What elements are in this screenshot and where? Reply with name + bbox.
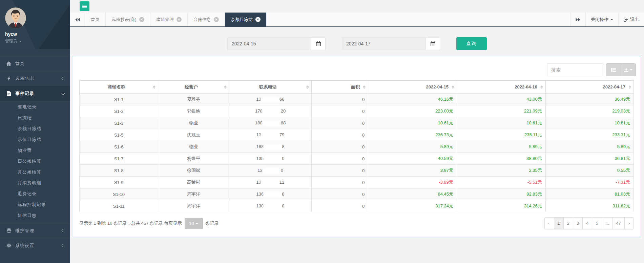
scroll-tabs-right-button[interactable] [570,13,585,26]
submenu: 售电记录日冻结余额日冻结示值日冻结物业费日公摊结算月公摊结算月消费明细退费记录远… [0,101,70,223]
sort-arrows-icon [540,85,543,89]
tab-余额日冻结[interactable]: 余额日冻结× [225,13,267,26]
column-label: 2022-04-17 [603,84,626,89]
date-from-input[interactable] [228,38,311,50]
cell-operator: 周宇洋 [158,188,229,200]
cell-area: 0 [312,177,368,188]
table-row-S1-6: S1-6物业188805.89元5.89元5.89元 [80,141,634,153]
phone-redaction [264,204,282,209]
sidebar-item-系统设置[interactable]: 系统设置 [0,238,70,253]
phone-redaction [262,98,279,102]
sidebar-item-label: 事件记录 [15,90,59,97]
columns-icon [611,68,616,72]
page-button-2[interactable]: 2 [563,218,573,229]
gear-icon [6,243,12,248]
sort-arrows-icon [224,85,227,89]
sidebar-subitem-售电记录[interactable]: 售电记录 [0,102,70,113]
avatar [5,7,26,28]
cell-shop-name: S1-1 [80,94,158,105]
cell-operator: 物业 [158,117,229,129]
cell-balance-2022-04-15: 236.73元 [368,129,457,141]
prev-page-button[interactable]: ‹ [545,218,554,229]
cell-area: 0 [312,165,368,177]
close-tab-icon[interactable]: × [255,17,261,22]
cell-shop-name: S1-6 [80,141,158,153]
sidebar-subitem-远程控制记录[interactable]: 远程控制记录 [0,199,70,210]
cell-phone: 1368 [229,188,312,200]
close-tab-icon[interactable]: × [214,17,219,22]
date-to-calendar-button[interactable] [425,38,440,50]
search-input[interactable] [547,63,603,76]
close-operations-button[interactable]: 关闭操作 [585,13,618,26]
sidebar-subitem-月公摊结算[interactable]: 月公摊结算 [0,167,70,178]
sidebar-item-维护管理[interactable]: 维护管理 [0,223,70,238]
cell-operator: 高荣彬 [158,177,229,188]
next-page-button[interactable]: › [624,218,633,229]
logout-button[interactable]: 退出 [618,13,644,26]
sidebar-nav: 首页远程售电事件记录售电记录日冻结余额日冻结示值日冻结物业费日公摊结算月公摊结算… [0,56,70,253]
scroll-tabs-left-button[interactable] [70,13,85,26]
user-role-dropdown[interactable]: 管理员 [5,38,70,44]
sidebar-subitem-月消费明细[interactable]: 月消费明细 [0,178,70,188]
sidebar-subitem-短信日志[interactable]: 短信日志 [0,210,70,221]
column-header-联系电话[interactable]: 联系电话 [229,81,312,94]
page-button-5[interactable]: 5 [592,218,601,229]
user-role-label: 管理员 [5,38,17,44]
cell-phone: 1350 [229,153,312,165]
page-button-47[interactable]: 47 [612,218,624,229]
column-header-2022-04-15[interactable]: 2022-04-15 [368,81,457,94]
sidebar-subitem-余额日冻结[interactable]: 余额日冻结 [0,123,70,134]
cell-balance-2022-04-15: 223.00元 [368,105,457,117]
chevron-down-icon [62,92,65,95]
menu-toggle-button[interactable] [80,1,89,11]
toggle-columns-button[interactable] [606,63,621,76]
tab-台账信息[interactable]: 台账信息× [188,13,225,26]
tab-label: 余额日冻结 [231,17,253,23]
column-header-经营户[interactable]: 经营户 [158,81,229,94]
sidebar-subitem-退费记录[interactable]: 退费记录 [0,188,70,199]
page-size-select[interactable]: 10 [185,218,203,229]
export-button[interactable] [621,63,636,76]
sidebar: hycw 管理员 首页远程售电事件记录售电记录日冻结余额日冻结示值日冻结物业费日… [0,0,70,263]
date-to-input[interactable] [342,38,425,50]
panel-toolbar [73,56,640,80]
tab-label: 建筑管理 [156,17,174,23]
sidebar-subitem-日冻结[interactable]: 日冻结 [0,113,70,123]
cell-shop-name: S1-8 [80,165,158,177]
cell-balance-2022-04-15: 10.61元 [368,117,457,129]
sidebar-subitem-日公摊结算[interactable]: 日公摊结算 [0,156,70,167]
sidebar-item-首页[interactable]: 首页 [0,56,70,71]
sidebar-item-事件记录[interactable]: 事件记录 [0,86,70,101]
tab-首页[interactable]: 首页 [85,13,106,26]
close-tab-icon[interactable]: × [139,17,144,22]
chevron-down-icon [610,19,613,20]
column-label: 2022-04-15 [426,84,449,89]
table-row-S1-7: S1-7杨煜平1350040.59元38.80元36.81元 [80,153,634,165]
page-button-3[interactable]: 3 [573,218,582,229]
sidebar-subitem-物业费[interactable]: 物业费 [0,145,70,156]
page-button-1[interactable]: 1 [554,218,563,229]
page-button-4[interactable]: 4 [582,218,592,229]
cell-shop-name: S1-7 [80,153,158,165]
tab-远程抄表(商)[interactable]: 远程抄表(商)× [106,13,150,26]
cell-phone: 1366 [229,94,312,105]
sidebar-item-远程售电[interactable]: 远程售电 [0,71,70,86]
column-header-2022-04-16[interactable]: 2022-04-16 [457,81,546,94]
column-header-2022-04-17[interactable]: 2022-04-17 [545,81,633,94]
column-header-商铺名称[interactable]: 商铺名称 [80,81,158,94]
column-header-面积[interactable]: 面积 [312,81,368,94]
sidebar-subitem-示值日冻结[interactable]: 示值日冻结 [0,134,70,145]
sidebar-item-label: 系统设置 [15,243,59,249]
tab-建筑管理[interactable]: 建筑管理× [150,13,188,26]
column-label: 经营户 [185,84,198,89]
tab-label: 台账信息 [193,17,211,23]
query-button[interactable]: 查询 [456,37,487,50]
date-from-calendar-button[interactable] [311,38,325,50]
pagination: ‹12345...47› [544,217,634,229]
sidebar-item-label: 首页 [15,61,64,67]
cell-operator: 周宇洋 [158,200,229,212]
double-chevron-left-icon [75,18,80,22]
cell-balance-2022-04-15: -3.89元 [368,177,457,188]
close-tab-icon[interactable]: × [176,17,182,22]
cell-balance-2022-04-16: 235.11元 [457,129,546,141]
